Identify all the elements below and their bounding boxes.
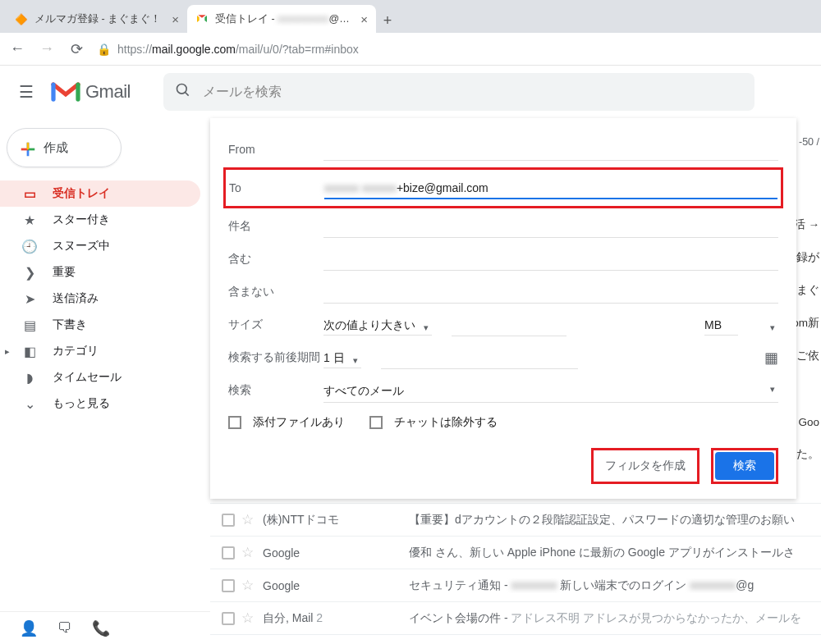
to-row-highlight: To xxxxxx xxxxxx+bize@gmail.com xyxy=(223,167,783,208)
mail-row[interactable]: ☆ Gmail チーム Gmail からのご確認 - xxxxx@icom.za… xyxy=(210,635,821,644)
tab-title: 受信トレイ - xxxxxxxxxx@gma xyxy=(215,12,354,26)
create-filter-button[interactable]: フィルタを作成 xyxy=(591,448,699,484)
peek-text: 録が xyxy=(792,241,821,274)
search-scope-select[interactable]: すべてのメール xyxy=(323,379,778,403)
compose-button[interactable]: 作成 xyxy=(7,128,122,167)
mail-row[interactable]: ☆ 自分, Mail 2 イベント会場の件 - アドレス不明 アドレスが見つから… xyxy=(210,602,821,635)
gmail-wordmark: Gmail xyxy=(85,81,131,103)
mail-from: Google xyxy=(263,579,402,592)
mail-row[interactable]: ☆ (株)NTTドコモ 【重要】dアカウントの２段階認証設定、パスワードの適切な… xyxy=(210,504,821,537)
gmail-favicon xyxy=(195,12,209,25)
page-counter: -50 / xyxy=(799,136,819,148)
peek-text xyxy=(792,372,821,405)
search-scope-value: すべてのメール xyxy=(323,379,778,403)
row-checkbox[interactable] xyxy=(222,514,235,527)
sidebar-item-important[interactable]: ❯ 重要 xyxy=(0,259,200,285)
sidebar-item-category[interactable]: ▸ ◧ カテゴリ xyxy=(0,338,200,364)
calendar-icon[interactable]: ▦ xyxy=(764,349,778,367)
sidebar-item-starred[interactable]: ★ スター付き xyxy=(0,207,200,233)
sidebar-item-label: 受信トレイ xyxy=(53,186,110,201)
date-label: 検索する前後期間 xyxy=(228,350,323,365)
sidebar-item-snoozed[interactable]: 🕘 スヌーズ中 xyxy=(0,233,200,259)
star-icon[interactable]: ☆ xyxy=(241,511,256,528)
star-icon[interactable]: ☆ xyxy=(241,544,256,561)
row-checkbox[interactable] xyxy=(222,546,235,560)
to-input[interactable]: xxxxxx xxxxxx+bize@gmail.com xyxy=(324,176,777,199)
size-unit-value: MB xyxy=(704,313,738,336)
mail-subject: イベント会場の件 - アドレス不明 アドレスが見つからなかったか、メールを xyxy=(409,611,821,626)
sidebar-item-label: もっと見る xyxy=(53,396,110,411)
gmail-m-icon xyxy=(51,80,80,103)
date-value-input[interactable] xyxy=(381,347,578,369)
sidebar-item-label: タイムセール xyxy=(53,370,122,385)
date-range-select[interactable]: 1 日 xyxy=(323,350,361,366)
url-host: mail.google.com xyxy=(152,43,236,56)
star-icon[interactable]: ☆ xyxy=(241,577,256,594)
lock-icon: 🔒 xyxy=(97,43,111,56)
has-attachment-checkbox[interactable]: 添付ファイルあり xyxy=(228,415,345,430)
sidebar-item-drafts[interactable]: ▤ 下書き xyxy=(0,312,200,338)
peek-text: た。 xyxy=(792,438,821,471)
inbox-icon: ▭ xyxy=(21,186,38,202)
to-label: To xyxy=(229,181,324,194)
hangouts-icon[interactable]: 🗨 xyxy=(57,619,72,637)
size-operator-select[interactable]: 次の値より大きい xyxy=(323,317,432,333)
new-tab-button[interactable]: + xyxy=(376,12,399,33)
chevron-right-icon: ▸ xyxy=(5,346,10,357)
star-icon[interactable]: ☆ xyxy=(241,610,256,627)
search-icon xyxy=(175,82,191,102)
to-value-redacted: xxxxxx xxxxxx xyxy=(324,181,397,194)
subject-input[interactable] xyxy=(323,216,778,238)
svg-point-0 xyxy=(177,84,186,94)
mail-subject: 【重要】dアカウントの２段階認証設定、パスワードの適切な管理のお願い xyxy=(409,513,821,528)
from-input[interactable] xyxy=(323,139,778,161)
peek-text: ご依 xyxy=(792,340,821,372)
sidebar-item-inbox[interactable]: ▭ 受信トレイ xyxy=(0,180,200,207)
row-checkbox[interactable] xyxy=(222,612,235,625)
size-unit-select[interactable]: MB xyxy=(704,317,778,332)
back-button[interactable]: ← xyxy=(8,40,26,57)
size-value-input[interactable] xyxy=(452,314,566,336)
row-checkbox[interactable] xyxy=(222,579,235,592)
browser-toolbar: ← → ⟳ 🔒 https://mail.google.com/mail/u/0… xyxy=(0,33,821,66)
category-icon: ◧ xyxy=(21,344,38,359)
hamburger-icon[interactable]: ☰ xyxy=(10,82,43,102)
sidebar-item-sent[interactable]: ➤ 送信済み xyxy=(0,285,200,312)
sidebar-item-label: スター付き xyxy=(53,212,110,227)
search-button[interactable]: 検索 xyxy=(715,452,774,480)
sidebar-item-label: 送信済み xyxy=(53,291,99,306)
close-icon[interactable]: × xyxy=(172,12,179,26)
forward-button[interactable]: → xyxy=(38,40,56,57)
sidebar-item-label: 重要 xyxy=(53,265,76,280)
not-words-input[interactable] xyxy=(323,281,778,304)
sidebar-item-label: カテゴリ xyxy=(53,344,99,359)
checkbox-icon xyxy=(228,416,241,429)
mail-row[interactable]: ☆ Google 優和 さん、新しい Apple iPhone に最新の Goo… xyxy=(210,537,821,569)
search-bar[interactable]: メールを検索 xyxy=(163,73,754,111)
has-label: 含む xyxy=(228,252,323,267)
not-label: 含まない xyxy=(228,285,323,299)
phone-icon[interactable]: 📞 xyxy=(92,619,110,637)
mail-row[interactable]: ☆ Google セキュリティ通知 - xxxxxxxx 新しい端末でのログイン… xyxy=(210,569,821,602)
mail-subject: セキュリティ通知 - xxxxxxxx 新しい端末でのログイン xxxxxxxx… xyxy=(409,578,821,593)
gmail-logo[interactable]: Gmail xyxy=(51,80,131,103)
exclude-chats-checkbox[interactable]: チャットは除外する xyxy=(369,415,498,430)
person-icon[interactable]: 👤 xyxy=(20,619,38,637)
has-words-input[interactable] xyxy=(323,249,778,271)
important-icon: ❯ xyxy=(21,265,38,281)
mail-subject: 優和 さん、新しい Apple iPhone に最新の Google アプリがイ… xyxy=(409,546,821,560)
sidebar-item-label: スヌーズ中 xyxy=(53,239,110,253)
mail-from: 自分, Mail 2 xyxy=(263,611,402,626)
sidebar-item-more[interactable]: ⌄ もっと見る xyxy=(0,391,200,417)
sidebar: 作成 ▭ 受信トレイ ★ スター付き 🕘 スヌーズ中 ❯ 重要 ➤ 送信済み ▤… xyxy=(0,118,210,611)
browser-tab[interactable]: 🔶 メルマガ登録 - まぐまぐ！ × xyxy=(7,5,187,33)
content-area: -50 / From To xxxxxx xxxxxx+bize@gmail.c… xyxy=(210,118,821,611)
browser-tab-active[interactable]: 受信トレイ - xxxxxxxxxx@gma × xyxy=(187,5,376,33)
close-icon[interactable]: × xyxy=(360,12,368,26)
tab-title: メルマガ登録 - まぐまぐ！ xyxy=(34,12,165,26)
sidebar-item-label-timesale[interactable]: ◗ タイムセール xyxy=(0,364,200,391)
address-bar[interactable]: 🔒 https://mail.google.com/mail/u/0/?tab=… xyxy=(97,43,813,56)
reload-button[interactable]: ⟳ xyxy=(67,40,85,58)
gmail-header: ☰ Gmail メールを検索 xyxy=(0,66,821,118)
sidebar-footer: 👤 🗨 📞 xyxy=(0,611,210,644)
